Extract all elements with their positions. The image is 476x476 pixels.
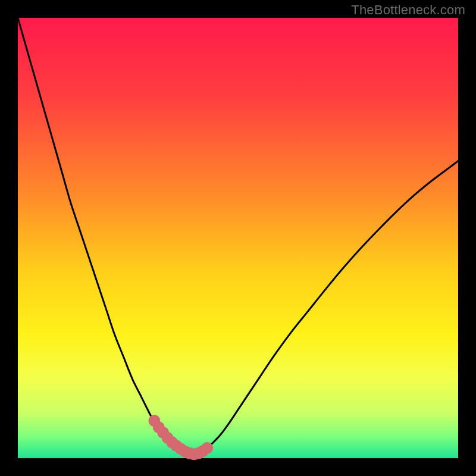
marker-dot xyxy=(201,442,213,454)
chart-frame: TheBottleneck.com xyxy=(0,0,476,476)
gradient-background xyxy=(18,18,458,458)
bottleneck-chart xyxy=(0,0,476,476)
